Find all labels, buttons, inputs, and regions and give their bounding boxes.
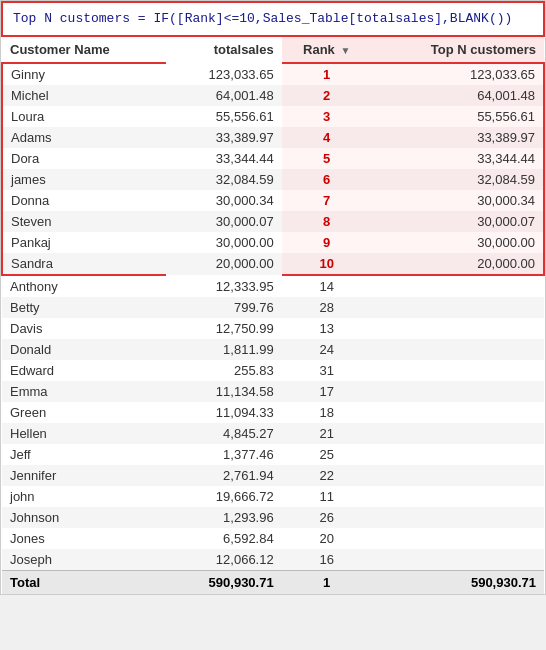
table-row: Edward255.8331 (2, 360, 544, 381)
cell-rank: 2 (282, 85, 372, 106)
cell-name: Hellen (2, 423, 166, 444)
cell-totalsales: 55,556.61 (166, 106, 281, 127)
table-row: Jennifer2,761.9422 (2, 465, 544, 486)
cell-name: Betty (2, 297, 166, 318)
cell-topn: 123,033.65 (372, 63, 544, 85)
cell-rank: 21 (282, 423, 372, 444)
cell-topn (372, 318, 544, 339)
cell-totalsales: 32,084.59 (166, 169, 281, 190)
cell-name: Michel (2, 85, 166, 106)
table-row: Emma11,134.5817 (2, 381, 544, 402)
table-row: Pankaj30,000.00930,000.00 (2, 232, 544, 253)
cell-name: Donald (2, 339, 166, 360)
cell-rank: 1 (282, 63, 372, 85)
table-row: Donald1,811.9924 (2, 339, 544, 360)
cell-rank: 4 (282, 127, 372, 148)
cell-topn (372, 297, 544, 318)
sort-icon: ▼ (340, 45, 350, 56)
cell-name: Loura (2, 106, 166, 127)
cell-name: Sandra (2, 253, 166, 275)
col-header-totalsales: totalsales (166, 37, 281, 63)
table-row: Donna30,000.34730,000.34 (2, 190, 544, 211)
main-container: Top N customers = IF([Rank]<=10,Sales_Ta… (0, 0, 546, 595)
table-row: Michel64,001.48264,001.48 (2, 85, 544, 106)
header-row: Customer Name totalsales Rank ▼ Top N cu… (2, 37, 544, 63)
footer-topn: 590,930.71 (372, 570, 544, 594)
cell-totalsales: 20,000.00 (166, 253, 281, 275)
cell-rank: 10 (282, 253, 372, 275)
cell-name: john (2, 486, 166, 507)
cell-rank: 31 (282, 360, 372, 381)
cell-totalsales: 12,333.95 (166, 275, 281, 297)
table-row: Adams33,389.97433,389.97 (2, 127, 544, 148)
cell-name: Edward (2, 360, 166, 381)
cell-totalsales: 33,344.44 (166, 148, 281, 169)
cell-totalsales: 30,000.00 (166, 232, 281, 253)
table-row: john19,666.7211 (2, 486, 544, 507)
cell-name: Ginny (2, 63, 166, 85)
cell-rank: 17 (282, 381, 372, 402)
cell-name: Johnson (2, 507, 166, 528)
cell-totalsales: 1,811.99 (166, 339, 281, 360)
cell-totalsales: 33,389.97 (166, 127, 281, 148)
cell-topn (372, 444, 544, 465)
col-header-rank[interactable]: Rank ▼ (282, 37, 372, 63)
cell-rank: 13 (282, 318, 372, 339)
cell-totalsales: 6,592.84 (166, 528, 281, 549)
cell-name: Emma (2, 381, 166, 402)
cell-rank: 7 (282, 190, 372, 211)
cell-topn (372, 507, 544, 528)
cell-rank: 11 (282, 486, 372, 507)
cell-rank: 24 (282, 339, 372, 360)
cell-rank: 3 (282, 106, 372, 127)
cell-rank: 22 (282, 465, 372, 486)
cell-topn: 30,000.00 (372, 232, 544, 253)
table-row: Jeff1,377.4625 (2, 444, 544, 465)
cell-topn: 30,000.07 (372, 211, 544, 232)
cell-name: Joseph (2, 549, 166, 571)
table-row: Betty799.7628 (2, 297, 544, 318)
cell-name: Jones (2, 528, 166, 549)
cell-topn: 64,001.48 (372, 85, 544, 106)
table-wrapper: Customer Name totalsales Rank ▼ Top N cu… (1, 37, 545, 594)
cell-topn: 32,084.59 (372, 169, 544, 190)
cell-totalsales: 12,066.12 (166, 549, 281, 571)
formula-bar: Top N customers = IF([Rank]<=10,Sales_Ta… (1, 1, 545, 37)
cell-topn: 30,000.34 (372, 190, 544, 211)
footer-rank: 1 (282, 570, 372, 594)
cell-name: Green (2, 402, 166, 423)
col-header-topn: Top N customers (372, 37, 544, 63)
table-row: Loura55,556.61355,556.61 (2, 106, 544, 127)
cell-totalsales: 2,761.94 (166, 465, 281, 486)
cell-totalsales: 4,845.27 (166, 423, 281, 444)
cell-name: Anthony (2, 275, 166, 297)
cell-rank: 18 (282, 402, 372, 423)
cell-rank: 16 (282, 549, 372, 571)
cell-topn (372, 549, 544, 571)
cell-topn (372, 423, 544, 444)
table-row: Jones6,592.8420 (2, 528, 544, 549)
cell-rank: 5 (282, 148, 372, 169)
cell-name: Jennifer (2, 465, 166, 486)
cell-topn: 55,556.61 (372, 106, 544, 127)
table-row: Steven30,000.07830,000.07 (2, 211, 544, 232)
cell-totalsales: 11,134.58 (166, 381, 281, 402)
table-row: Johnson1,293.9626 (2, 507, 544, 528)
cell-name: Dora (2, 148, 166, 169)
table-row: Ginny123,033.651123,033.65 (2, 63, 544, 85)
cell-name: Donna (2, 190, 166, 211)
cell-topn: 33,344.44 (372, 148, 544, 169)
cell-rank: 28 (282, 297, 372, 318)
cell-name: Steven (2, 211, 166, 232)
cell-rank: 20 (282, 528, 372, 549)
col-header-name: Customer Name (2, 37, 166, 63)
table-row: Hellen4,845.2721 (2, 423, 544, 444)
table-row: Green11,094.3318 (2, 402, 544, 423)
cell-totalsales: 64,001.48 (166, 85, 281, 106)
table-row: Joseph12,066.1216 (2, 549, 544, 571)
cell-topn (372, 360, 544, 381)
cell-topn (372, 381, 544, 402)
cell-rank: 9 (282, 232, 372, 253)
cell-totalsales: 19,666.72 (166, 486, 281, 507)
cell-topn (372, 465, 544, 486)
